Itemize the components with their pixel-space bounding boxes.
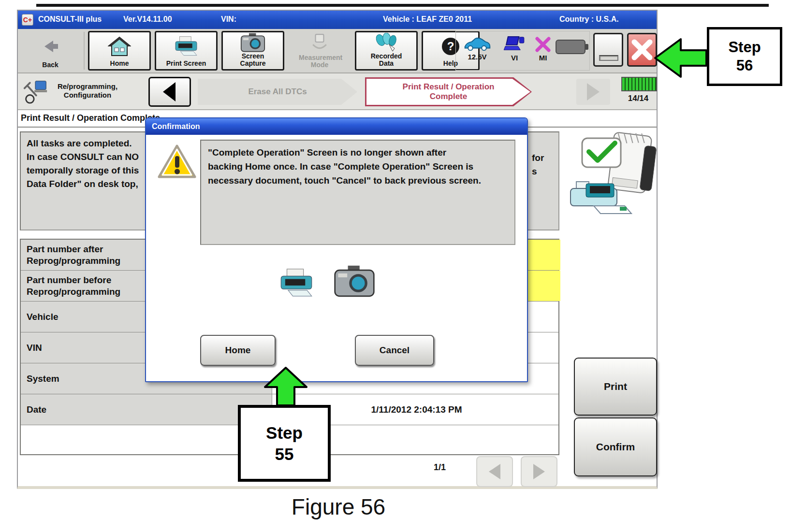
mi-status: MI — [532, 37, 554, 62]
progress-bar — [621, 77, 657, 91]
step55-arrow-icon — [263, 366, 308, 407]
close-button[interactable] — [627, 33, 657, 67]
battery-icon — [556, 39, 589, 55]
dialog-message-box: "Complete Operation" Screen is no longer… — [200, 140, 515, 245]
info-fragment: s — [532, 166, 537, 177]
document-top-rule — [36, 4, 769, 7]
step-print-result: Print Result / Operation Complete — [366, 79, 530, 105]
dialog-message-line: "Complete Operation" Screen is no longer… — [208, 145, 508, 159]
mode-label: Re/programming, Configuration — [49, 82, 126, 100]
progress-count: 14/14 — [619, 94, 657, 103]
dialog-home-button[interactable]: Home — [200, 335, 276, 366]
breadcrumb-back-button[interactable] — [148, 77, 191, 107]
dialog-message-line: backing Home once. In case "Complete Ope… — [208, 159, 508, 173]
dialog-camera-icon — [334, 263, 375, 299]
step55-callout: Step 55 — [238, 405, 331, 482]
camera-icon — [240, 32, 266, 53]
measurement-mode-button[interactable]: Measurement Mode — [288, 31, 351, 71]
vin-label: VIN: — [221, 15, 236, 24]
info-fragment: for — [532, 153, 544, 163]
toolbar: Back Home Print Screen Screen Capture — [18, 29, 657, 73]
next-triangle-icon — [584, 81, 602, 102]
document-page: C+ CONSULT-III plus Ver.V14.11.00 VIN: V… — [0, 0, 805, 532]
recorded-data-button[interactable]: Recorded Data — [355, 31, 418, 71]
app-version: Ver.V14.11.00 — [123, 15, 172, 24]
home-button[interactable]: Home — [88, 31, 151, 71]
back-button[interactable]: Back — [21, 31, 80, 71]
printer-icon — [173, 32, 200, 60]
row-label: System — [27, 373, 59, 385]
confirm-button[interactable]: Confirm — [574, 417, 657, 476]
warning-icon — [157, 144, 197, 180]
ecu-print-success-illustration — [566, 126, 659, 220]
dialog-cancel-button[interactable]: Cancel — [355, 335, 434, 366]
home-icon — [108, 32, 131, 60]
figure-caption: Figure 56 — [232, 494, 445, 520]
breadcrumb-next-button[interactable] — [576, 79, 610, 105]
dialog-printer-icon — [278, 267, 315, 299]
prev-triangle-icon — [159, 80, 180, 103]
breadcrumb-bar: Re/programming, Configuration Erase All … — [18, 73, 657, 110]
minimize-button[interactable] — [593, 33, 623, 67]
app-logo-icon: C+ — [22, 14, 33, 26]
vi-device-icon — [503, 36, 526, 52]
step56-callout: Step 56 — [707, 27, 782, 86]
mi-x-icon — [535, 37, 551, 52]
close-x-icon — [629, 34, 656, 65]
recorded-data-icon — [374, 32, 398, 53]
vehicle-label: Vehicle : LEAF ZE0 2011 — [383, 15, 472, 24]
row-label: Date — [27, 404, 46, 416]
page-prev-icon — [486, 462, 503, 481]
print-screen-button[interactable]: Print Screen — [155, 31, 218, 71]
screen-capture-button[interactable]: Screen Capture — [221, 31, 284, 71]
row-label: Vehicle — [27, 311, 59, 323]
vehicle-battery-status: 12.5V — [459, 37, 496, 61]
title-bar: C+ CONSULT-III plus Ver.V14.11.00 VIN: V… — [18, 11, 657, 29]
vi-status: VI — [501, 36, 527, 62]
toolbar-divider — [84, 32, 85, 70]
print-button[interactable]: Print — [574, 358, 657, 416]
reprogramming-icon — [23, 79, 48, 104]
app-name: CONSULT-III plus — [38, 15, 102, 24]
row-label: VIN — [27, 342, 42, 354]
confirmation-dialog: Confirmation "Complete Operation" Screen… — [145, 117, 528, 382]
car-icon — [462, 37, 492, 51]
page-next-icon — [530, 462, 548, 481]
step56-arrow-icon — [654, 38, 708, 78]
page-indicator: 1/1 — [434, 462, 446, 473]
page-prev-button[interactable] — [476, 456, 513, 487]
measurement-icon — [309, 31, 330, 54]
svg-text:?: ? — [447, 40, 454, 53]
minimize-icon — [599, 55, 618, 61]
dialog-title-bar: Confirmation — [146, 118, 527, 135]
back-arrow-icon — [41, 31, 60, 61]
country-label: Country : U.S.A. — [559, 15, 619, 24]
dialog-message-line: necessary document, touch "Cancel" to ba… — [208, 173, 508, 187]
page-next-button[interactable] — [521, 456, 557, 487]
page-title: Print Result / Operation Complete — [21, 113, 160, 123]
step-erase-all-dtcs: Erase All DTCs — [198, 79, 357, 105]
